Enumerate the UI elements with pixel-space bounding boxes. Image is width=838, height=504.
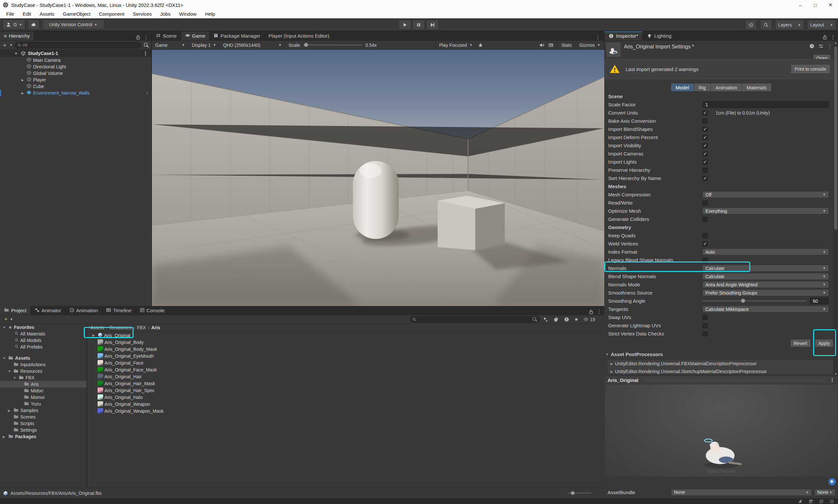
favorites-filter-icon[interactable]: ★ xyxy=(574,317,578,322)
display-dropdown[interactable]: Display 1▼ xyxy=(189,40,220,50)
stats-button[interactable]: Stats xyxy=(557,40,572,50)
postprocessor-item[interactable]: ▶UnityEditor.Rendering.Universal.FBXMate… xyxy=(607,360,833,367)
add-dropdown-icon[interactable]: ▼ xyxy=(10,318,13,321)
postprocessors-header[interactable]: ▼ Asset PostProcessors xyxy=(606,352,663,357)
checkbox[interactable]: ✓ xyxy=(702,143,708,148)
account-button[interactable]: G ▼ xyxy=(3,20,25,30)
slider-value-input[interactable]: 60 xyxy=(810,298,829,304)
file-item-aris_original_hair[interactable]: Aris_Original_Hair xyxy=(88,373,604,380)
scrollbar-thumb[interactable] xyxy=(834,47,837,230)
menu-help[interactable]: Help xyxy=(201,10,219,18)
close-button[interactable]: ✕ xyxy=(823,0,838,10)
file-item-aris_original_body[interactable]: Aris_Original_Body xyxy=(88,339,604,346)
checkbox[interactable] xyxy=(702,323,708,328)
scene-row[interactable]: ▼ StudyCase1-1 ⋮ xyxy=(0,50,151,57)
mode-tab-animation[interactable]: Animation xyxy=(711,83,742,92)
play-focused-dropdown[interactable]: Play Focused▼ xyxy=(436,40,476,50)
checkbox[interactable]: ✓ xyxy=(702,110,708,115)
add-dropdown-icon[interactable]: ▼ xyxy=(10,43,13,47)
thumbnail-zoom-slider[interactable] xyxy=(568,492,591,493)
kebab-menu-icon[interactable]: ⋮ xyxy=(144,34,149,40)
menu-component[interactable]: Component xyxy=(95,10,129,18)
kebab-menu-icon[interactable]: ⋮ xyxy=(830,377,835,383)
mode-tab-materials[interactable]: Materials xyxy=(742,83,771,92)
checkbox[interactable] xyxy=(702,119,708,124)
favorites-item-all-prefabs[interactable]: All Prefabs xyxy=(0,344,86,350)
step-button[interactable] xyxy=(426,20,439,30)
text-input[interactable]: 1 xyxy=(702,101,829,108)
checkbox[interactable] xyxy=(702,200,708,205)
add-button[interactable]: ＋ xyxy=(2,41,7,49)
dropdown[interactable]: Everything▼ xyxy=(702,208,829,214)
file-item-aris_original_face[interactable]: Aris_Original_Face xyxy=(88,359,604,366)
dropdown[interactable]: Prefer Smoothing Groups▼ xyxy=(702,289,829,296)
project-search-input[interactable] xyxy=(410,316,540,323)
favorites-item-all-models[interactable]: All Models xyxy=(0,337,86,344)
minimize-button[interactable]: – xyxy=(793,0,808,10)
dropdown[interactable]: Off▼ xyxy=(702,191,829,198)
hierarchy-tab[interactable]: ≡ Hierarchy xyxy=(0,32,34,40)
folder-item-aris[interactable]: Aris xyxy=(0,381,86,388)
checkbox[interactable]: ✓ xyxy=(702,159,708,165)
checkbox[interactable]: ✓ xyxy=(702,135,708,140)
slider-track[interactable] xyxy=(702,301,806,302)
menu-window[interactable]: Window xyxy=(175,10,201,18)
checkbox[interactable]: ✓ xyxy=(702,241,708,247)
folder-item-samples[interactable]: ▶Samples xyxy=(0,407,86,414)
child-indicator-icon[interactable]: › xyxy=(146,90,148,95)
maximize-button[interactable]: □ xyxy=(808,0,823,10)
pause-button[interactable] xyxy=(412,20,425,30)
debugger-disabled-icon[interactable] xyxy=(798,499,803,504)
folder-item-assets[interactable]: ▼Assets xyxy=(0,355,86,361)
search-by-label-icon[interactable] xyxy=(553,317,559,322)
tab-package-manager[interactable]: Package Manager xyxy=(210,32,265,40)
hierarchy-item-player[interactable]: ▶Player xyxy=(0,76,151,83)
dropdown[interactable]: Auto▼ xyxy=(702,248,829,255)
assetbundle-variant-dropdown[interactable]: None▼ xyxy=(815,489,835,496)
scroll-up-icon[interactable]: ▲ xyxy=(834,41,838,44)
zoom-slider-knob[interactable] xyxy=(571,491,574,495)
inspector-scrollbar[interactable]: ▲ ▼ xyxy=(834,40,838,376)
checkbox[interactable] xyxy=(702,315,708,320)
play-button[interactable] xyxy=(399,20,411,30)
help-icon[interactable]: ? xyxy=(809,43,815,49)
folder-item-momoi[interactable]: Momoi xyxy=(0,394,86,400)
tab-timeline[interactable]: Timeline xyxy=(102,306,136,315)
gizmos-dropdown[interactable]: Gizmos▼ xyxy=(576,40,604,50)
foldout-open-icon[interactable]: ▼ xyxy=(3,356,6,360)
resolution-dropdown[interactable]: QHD (2560x1440)▼ xyxy=(220,40,285,50)
hierarchy-item-directional-light[interactable]: Directional Light xyxy=(0,64,151,70)
folder-item-settings[interactable]: Settings xyxy=(0,427,86,433)
breadcrumb-segment-assets[interactable]: Assets xyxy=(90,325,104,330)
checkbox[interactable] xyxy=(702,331,708,337)
file-item-aris_original_halo[interactable]: Aris_Original_Halo xyxy=(88,394,604,400)
foldout-open-icon[interactable]: ▼ xyxy=(3,326,6,329)
scroll-down-icon[interactable]: ▼ xyxy=(834,373,838,376)
dropdown[interactable]: Calculate Mikktspace▼ xyxy=(702,306,829,312)
tab-animator[interactable]: Animator xyxy=(31,306,66,315)
hierarchy-item-main-camera[interactable]: Main Camera xyxy=(0,57,151,64)
breadcrumb-segment-resources[interactable]: Resources xyxy=(110,325,131,330)
version-control-button[interactable]: Unity Version Control ▼ xyxy=(42,20,104,30)
presets-icon[interactable] xyxy=(818,43,824,49)
importance-filter-icon[interactable] xyxy=(564,317,570,322)
menu-file[interactable]: File xyxy=(2,10,18,18)
foldout-closed-icon[interactable]: ▶ xyxy=(92,334,96,337)
menu-jobs[interactable]: Jobs xyxy=(156,10,175,18)
checkbox[interactable] xyxy=(702,257,708,263)
search-button[interactable] xyxy=(760,20,772,30)
assetbundle-dropdown[interactable]: None▼ xyxy=(671,489,812,496)
file-item-aris_original_hair_mask[interactable]: Aris_Original_Hair_Mask xyxy=(88,380,604,387)
lock-icon[interactable] xyxy=(588,309,594,315)
dropdown[interactable]: Area And Angle Weighted▼ xyxy=(702,281,829,288)
file-item-aris_original_weapon_mask[interactable]: Aris_Original_Weapon_Mask xyxy=(88,408,604,414)
dropdown[interactable]: Calculate▼ xyxy=(702,273,829,280)
checkbox[interactable] xyxy=(702,217,708,222)
tab-game[interactable]: Game xyxy=(181,32,210,40)
folder-item-inputactions[interactable]: InputActions xyxy=(0,361,86,368)
print-to-console-button[interactable]: Print to console xyxy=(790,64,831,74)
tab-project[interactable]: Project xyxy=(0,306,31,315)
tab-player-input-actions-editor-[interactable]: Player (Input Actions Editor) xyxy=(265,32,334,40)
metrics-icon[interactable] xyxy=(548,42,554,48)
lighting-tab[interactable]: Lighting xyxy=(643,32,676,40)
